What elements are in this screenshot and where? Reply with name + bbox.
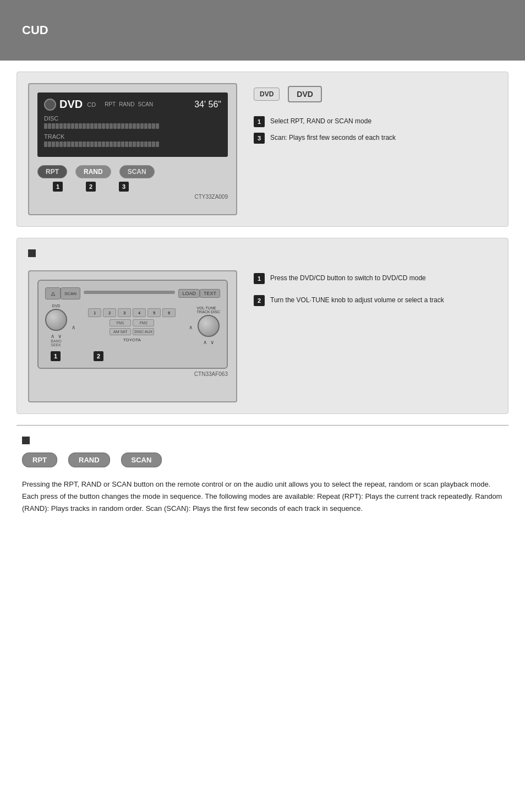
tseg11: [83, 141, 86, 147]
tseg8: [71, 141, 74, 147]
seg19: [113, 123, 117, 129]
annotation-row-1: 1 Select RPT, RAND or SCAN mode: [254, 116, 497, 127]
rpt-button[interactable]: RPT: [37, 165, 67, 178]
hw-dvd-label: DVD: [52, 304, 61, 308]
dvd-time-display: 34' 56": [194, 100, 221, 110]
hw-right-down-arrow[interactable]: ∨: [210, 339, 214, 345]
tseg28: [148, 141, 151, 147]
tseg24: [133, 141, 136, 147]
hw-source-labels: FM1 FM2 AM·SAT DISC·AUX: [110, 319, 154, 335]
annotation-badge-1: 1: [254, 116, 265, 127]
bottom-rpt-button[interactable]: RPT: [22, 453, 57, 467]
annotation-badge-3: 3: [254, 133, 265, 144]
dvd-rand-label: RAND: [119, 101, 134, 107]
seg7: [67, 123, 70, 129]
seg8: [71, 123, 74, 129]
seg1: [44, 123, 47, 129]
seg29: [152, 123, 155, 129]
hw-preset-3[interactable]: 3: [118, 308, 131, 317]
dvd-mode-label: DVD: [59, 98, 83, 111]
tseg21: [121, 141, 124, 147]
hw-left-arrows: ∧ ∨: [51, 333, 62, 339]
seg16: [102, 123, 105, 129]
tseg13: [90, 141, 94, 147]
seg3: [52, 123, 55, 129]
seg21: [121, 123, 124, 129]
bottom-body-text: Pressing the RPT, RAND or SCAN button on…: [22, 478, 503, 515]
hw-annotation-badge-2: 2: [254, 295, 265, 306]
diagram-caption: CTY33ZA009: [37, 194, 228, 200]
hw-preset-6[interactable]: 6: [162, 308, 176, 317]
bottom-section: RPT RAND SCAN Pressing the RPT, RAND or …: [17, 437, 508, 515]
badge-3: 3: [119, 182, 129, 192]
hw-vol-tune-label: VOL·TUNETRACK·DISC: [197, 306, 220, 314]
hw-right-knob-group: VOL·TUNETRACK·DISC ∧ ∨: [197, 306, 220, 345]
annotation-row-3: 3 Scan: Plays first few seconds of each …: [254, 133, 497, 144]
seg6: [63, 123, 67, 129]
tseg19: [113, 141, 117, 147]
tseg30: [156, 141, 159, 147]
section-square-icon: [28, 249, 36, 257]
section-marker-row: [28, 249, 497, 257]
hw-scan-button[interactable]: SCAN: [61, 287, 80, 299]
bottom-scan-button[interactable]: SCAN: [121, 453, 162, 467]
seg4: [56, 123, 59, 129]
seg28: [148, 123, 151, 129]
hw-right-arrows: ∧ ∨: [203, 339, 214, 345]
tseg27: [144, 141, 147, 147]
seg5: [59, 123, 63, 129]
hw-preset-2[interactable]: 2: [103, 308, 116, 317]
tseg22: [125, 141, 128, 147]
hw-right-up-arrow[interactable]: ∧: [203, 339, 207, 345]
rand-button[interactable]: RAND: [75, 165, 111, 178]
hw-preset-4[interactable]: 4: [133, 308, 146, 317]
tseg2: [48, 141, 51, 147]
hw-nav-up-center[interactable]: ∧: [72, 324, 75, 330]
hw-footer-row: 1 2: [45, 351, 220, 361]
hw-annotation-text-1: Press the DVD/CD button to switch to DVD…: [270, 273, 426, 283]
hw-preset-5[interactable]: 5: [147, 308, 161, 317]
tseg15: [98, 141, 101, 147]
hw-center-panel: 1 2 3 4 5 6 ∧: [72, 308, 193, 342]
hw-up-arrow[interactable]: ∧: [51, 333, 54, 339]
disc-label: DISC: [44, 115, 221, 122]
tseg6: [63, 141, 67, 147]
hardware-section-wrapper: △ SCAN LOAD TEXT DVD: [28, 249, 497, 402]
hw-eject-button[interactable]: △: [45, 287, 61, 299]
tseg9: [75, 141, 78, 147]
hardware-diagram-wrapper: △ SCAN LOAD TEXT DVD: [28, 270, 497, 402]
tseg14: [94, 141, 97, 147]
hw-nav-down-center[interactable]: ∧: [189, 324, 193, 330]
tseg25: [136, 141, 140, 147]
hw-annotation-badge-1: 1: [254, 273, 265, 284]
hw-badge-1: 1: [51, 351, 61, 361]
dvd-small-button-illustration: DVD: [254, 88, 280, 101]
tseg23: [129, 141, 132, 147]
hw-annotation-row-2: 2 Turn the VOL·TUNE knob to adjust volum…: [254, 295, 497, 306]
scan-button[interactable]: SCAN: [119, 165, 155, 178]
bottom-rand-button[interactable]: RAND: [68, 453, 110, 467]
hw-load-button[interactable]: LOAD: [178, 289, 200, 298]
tseg5: [59, 141, 63, 147]
seg18: [110, 123, 113, 129]
hw-band-seek-label: BANDSEEK: [51, 339, 61, 347]
hw-left-knob[interactable]: [45, 309, 67, 331]
seg24: [133, 123, 136, 129]
hw-annotations: 1 Press the DVD/CD button to switch to D…: [254, 270, 497, 402]
tseg1: [44, 141, 47, 147]
top-diagram-annotations: DVD DVD 1 Select RPT, RAND or SCAN mode …: [254, 83, 497, 215]
hw-am-sat-label: AM·SAT: [110, 328, 131, 335]
hw-toyota-label: TOYOTA: [72, 337, 193, 342]
tseg10: [79, 141, 82, 147]
hw-text-button[interactable]: TEXT: [200, 289, 220, 298]
hw-preset-1[interactable]: 1: [88, 308, 101, 317]
hw-badge-2: 2: [94, 351, 103, 361]
hw-audio-unit: △ SCAN LOAD TEXT DVD: [37, 280, 228, 369]
hw-right-knob[interactable]: [198, 315, 220, 337]
hw-down-arrow[interactable]: ∨: [58, 333, 62, 339]
hw-disc-slot: [84, 291, 175, 294]
dvd-disc-icon: [44, 99, 56, 111]
hardware-diagram: △ SCAN LOAD TEXT DVD: [28, 270, 237, 402]
seg11: [83, 123, 86, 129]
seg12: [86, 123, 90, 129]
